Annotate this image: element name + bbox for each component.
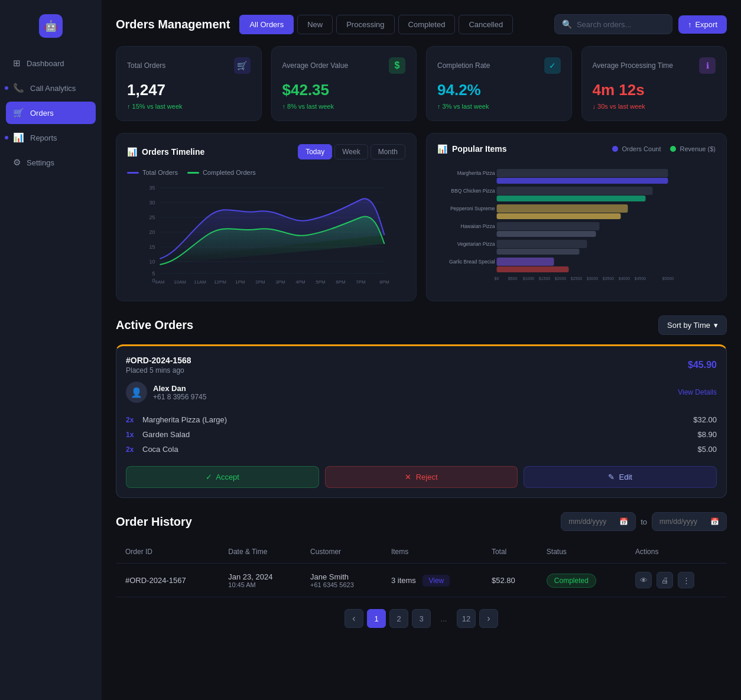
tab-processing[interactable]: Processing xyxy=(336,15,394,34)
dollar-icon: $ xyxy=(389,57,405,74)
page-button-3[interactable]: 3 xyxy=(412,609,431,628)
item-qty: 2x xyxy=(126,445,138,454)
chart-tab-month[interactable]: Month xyxy=(370,144,405,159)
cell-items: 3 items View xyxy=(382,564,482,597)
popular-items-svg: Margherita Pizza BBQ Chicken Pizza Peppe… xyxy=(443,163,710,281)
popular-items-chart-card: 📊 Popular Items Orders Count Revenue ($) xyxy=(426,133,727,301)
order-items-list: 2x Margherita Pizza (Large) $32.00 1x Ga… xyxy=(126,412,717,457)
more-action-button[interactable]: ⋮ xyxy=(678,572,694,588)
stat-value: 94.2% xyxy=(437,81,561,99)
sidebar-item-settings[interactable]: ⚙ Settings xyxy=(6,151,96,174)
order-item-row: 1x Garden Salad $8.90 xyxy=(126,427,717,442)
page-button-12[interactable]: 12 xyxy=(457,609,476,628)
popular-items-icon: 📊 xyxy=(437,144,447,154)
svg-rect-34 xyxy=(497,187,653,195)
stat-value: 1,247 xyxy=(127,81,251,99)
sidebar-item-label: Call Analytics xyxy=(30,84,76,93)
svg-text:3PM: 3PM xyxy=(275,279,285,285)
sort-select[interactable]: Sort by Time ▾ xyxy=(658,315,727,335)
search-bar[interactable]: 🔍 xyxy=(554,14,672,34)
page-button-2[interactable]: 2 xyxy=(389,609,408,628)
legend-total-orders: Total Orders xyxy=(127,169,178,176)
svg-text:$4000: $4000 xyxy=(619,276,630,281)
sidebar-item-call-analytics[interactable]: 📞 Call Analytics xyxy=(6,77,96,99)
chevron-down-icon: ▾ xyxy=(714,321,718,330)
to-label: to xyxy=(641,517,647,526)
svg-text:12PM: 12PM xyxy=(214,279,226,285)
col-items: Items xyxy=(382,541,482,564)
active-order-card: #ORD-2024-1568 Placed 5 mins ago $45.90 … xyxy=(116,344,727,498)
cell-total: $52.80 xyxy=(482,564,537,597)
stat-change: ↑ 3% vs last week xyxy=(437,103,561,110)
tab-all-orders[interactable]: All Orders xyxy=(239,15,294,34)
tab-completed[interactable]: Completed xyxy=(398,15,456,34)
search-icon: 🔍 xyxy=(562,19,572,29)
chart-tab-week[interactable]: Week xyxy=(334,144,368,159)
svg-rect-44 xyxy=(497,266,569,272)
table-head: Order ID Date & Time Customer Items Tota… xyxy=(116,541,727,564)
stat-label: Average Order Value xyxy=(282,61,349,70)
table-action-btns: 👁 🖨 ⋮ xyxy=(635,572,717,588)
sidebar-nav: ⊞ Dashboard 📞 Call Analytics 🛒 Orders 📊 … xyxy=(0,52,102,174)
cell-customer: Jane Smith +61 6345 5623 xyxy=(301,564,382,597)
svg-rect-36 xyxy=(497,222,600,230)
stat-value: 4m 12s xyxy=(593,81,716,99)
stat-header: Completion Rate ✓ xyxy=(437,57,561,74)
svg-rect-43 xyxy=(497,249,580,255)
next-page-button[interactable]: › xyxy=(479,609,498,628)
export-icon: ↑ xyxy=(688,20,692,29)
date-to-field[interactable] xyxy=(659,517,707,526)
col-total: Total xyxy=(482,541,537,564)
order-date: Jan 23, 2024 xyxy=(228,572,291,581)
view-details-link[interactable]: View Details xyxy=(678,388,717,396)
search-input[interactable] xyxy=(577,20,665,29)
tab-cancelled[interactable]: Cancelled xyxy=(459,15,513,34)
calendar-icon: 📅 xyxy=(710,517,719,526)
sidebar-item-dashboard[interactable]: ⊞ Dashboard xyxy=(6,52,96,74)
legend-label: Revenue ($) xyxy=(680,145,716,152)
logo-emoji: 🤖 xyxy=(44,19,57,32)
order-item-row: 2x Margherita Pizza (Large) $32.00 xyxy=(126,412,717,427)
prev-page-button[interactable]: ‹ xyxy=(344,609,363,628)
page-button-1[interactable]: 1 xyxy=(367,609,386,628)
sidebar-item-reports[interactable]: 📊 Reports xyxy=(6,126,96,149)
item-name: Garden Salad xyxy=(142,430,697,439)
date-from-input[interactable]: 📅 xyxy=(561,512,636,531)
svg-rect-40 xyxy=(497,196,646,201)
timeline-chart-icon: 📊 xyxy=(127,147,137,157)
svg-text:8PM: 8PM xyxy=(379,279,389,285)
view-action-button[interactable]: 👁 xyxy=(635,572,652,588)
stat-label: Total Orders xyxy=(127,61,165,70)
col-actions: Actions xyxy=(626,541,727,564)
tab-new[interactable]: New xyxy=(297,15,333,34)
svg-text:30: 30 xyxy=(149,200,155,206)
edit-button[interactable]: ✎ Edit xyxy=(524,466,717,488)
info-icon: ℹ xyxy=(699,57,716,74)
legend-label: Total Orders xyxy=(142,169,178,176)
order-placed-time: Placed 5 mins ago xyxy=(126,366,191,375)
accept-button[interactable]: ✓ Accept xyxy=(126,466,319,488)
date-from-field[interactable] xyxy=(568,517,616,526)
sidebar-item-label: Settings xyxy=(27,158,54,167)
chart-title: 📊 Popular Items xyxy=(437,144,507,154)
svg-text:35: 35 xyxy=(149,185,155,191)
export-button[interactable]: ↑ Export xyxy=(678,15,727,34)
chart-tab-today[interactable]: Today xyxy=(298,144,332,159)
app-logo-icon: 🤖 xyxy=(39,14,63,38)
svg-text:15: 15 xyxy=(149,244,155,250)
order-customer: 👤 Alex Dan +61 8 3956 9745 View Details xyxy=(126,382,717,403)
customer-phone: +61 8 3956 9745 xyxy=(153,393,206,401)
item-qty: 1x xyxy=(126,431,138,439)
view-items-link[interactable]: View xyxy=(422,575,450,587)
table-header-row: Order ID Date & Time Customer Items Tota… xyxy=(116,541,727,564)
reject-button[interactable]: ✕ Reject xyxy=(325,466,518,488)
stat-card-avg-processing-time: Average Processing Time ℹ 4m 12s ↓ 30s v… xyxy=(581,46,727,121)
svg-text:11AM: 11AM xyxy=(194,279,206,285)
legend-orders-count: Orders Count xyxy=(612,145,661,152)
date-to-input[interactable]: 📅 xyxy=(652,512,727,531)
print-action-button[interactable]: 🖨 xyxy=(656,572,673,588)
sidebar-item-orders[interactable]: 🛒 Orders xyxy=(6,102,96,124)
customer-phone: +61 6345 5623 xyxy=(310,581,372,588)
stats-grid: Total Orders 🛒 1,247 ↑ 15% vs last week … xyxy=(116,46,727,121)
svg-rect-39 xyxy=(497,178,668,184)
